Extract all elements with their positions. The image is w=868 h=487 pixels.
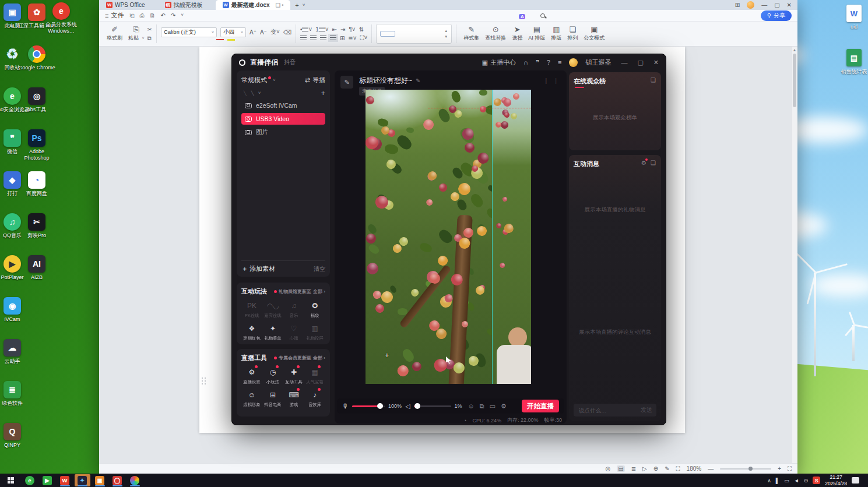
zoom-level[interactable]: 180%: [687, 465, 702, 472]
save-icon[interactable]: ⎗: [129, 12, 134, 19]
minimize-button[interactable]: —: [621, 59, 627, 66]
share-button[interactable]: ⚲ 分享: [761, 10, 792, 21]
feature-tile[interactable]: ☺ 虚拟形象: [241, 389, 262, 408]
chat-bubble-icon[interactable]: ❞: [536, 59, 539, 66]
font-size-select[interactable]: 小四˅: [220, 27, 246, 37]
wps-menu-item[interactable]: [423, 12, 435, 19]
play-view-icon[interactable]: ▷: [642, 465, 647, 472]
wps-tool-button[interactable]: ❏ 排列: [564, 26, 581, 42]
desktop-icon[interactable]: Ps Adobe Photoshop: [18, 129, 55, 171]
beauty-icon[interactable]: ☺: [468, 403, 475, 410]
wps-tool-button[interactable]: ▣ 公文模式: [581, 26, 607, 42]
feature-tile[interactable]: ◷ 小玩法: [262, 366, 283, 385]
numbered-list-button[interactable]: 1˅: [315, 26, 328, 33]
web-view-icon[interactable]: ⊕: [653, 465, 658, 472]
source-boundary-line[interactable]: [492, 90, 493, 384]
close-button[interactable]: ✕: [653, 59, 659, 66]
print-preview-icon[interactable]: 🗎: [149, 12, 155, 19]
display-icon[interactable]: ▭: [784, 478, 789, 484]
view-all-link[interactable]: 全部 ›: [313, 355, 325, 361]
wps-tool-button[interactable]: ✎ 样式集: [461, 26, 482, 42]
clear-sources-button[interactable]: 清空: [314, 265, 325, 273]
video-preview-canvas[interactable]: +: [366, 90, 531, 384]
director-mode-button[interactable]: ⇄ 导播: [305, 76, 325, 84]
add-scene-button[interactable]: +: [321, 89, 325, 97]
stream-title[interactable]: 标题还没有想好~: [359, 76, 412, 86]
feature-tile[interactable]: ❖ 定期红包: [241, 323, 262, 341]
clock[interactable]: 21:27 2025/4/28: [825, 474, 847, 486]
anchor-center-button[interactable]: ▣ 主播中心: [482, 58, 516, 67]
tab-list-chevron-icon[interactable]: ˅: [303, 2, 305, 8]
edit-title-icon[interactable]: ✎: [340, 76, 353, 89]
scene-tab[interactable]: [241, 89, 249, 96]
zoom-out-button[interactable]: —: [708, 465, 714, 472]
desktop-icon[interactable]: ≣ 绿色软件: [0, 381, 31, 423]
outline-view-icon[interactable]: ≣: [631, 465, 636, 472]
edit-pencil-icon[interactable]: ✎: [416, 77, 420, 84]
sogou-input-icon[interactable]: S: [813, 477, 820, 484]
align-center-button[interactable]: [310, 36, 317, 40]
speaker-icon[interactable]: ◁: [405, 403, 410, 410]
desktop-icon[interactable]: Q QINPY: [0, 423, 31, 465]
document-scrollbar[interactable]: ▲: [791, 47, 797, 463]
feature-tile[interactable]: PK PK连线: [241, 300, 262, 319]
desktop-icon[interactable]: e 全员分发系统 Windows…: [43, 2, 80, 44]
desktop-icon[interactable]: ◉ iVCam: [0, 297, 31, 339]
page-view-icon[interactable]: ▤: [617, 465, 624, 472]
tray-expand-icon[interactable]: ∧: [767, 478, 771, 484]
shading-button[interactable]: ⛶˅: [360, 34, 368, 41]
paragraph-mark-button[interactable]: ¶˅: [349, 26, 355, 33]
font-family-select[interactable]: Calibri (正文)˅: [161, 27, 217, 37]
volume-icon[interactable]: ◄: [794, 478, 799, 484]
clear-format-button[interactable]: ⌫: [283, 29, 291, 36]
mic-volume-slider[interactable]: [352, 405, 385, 407]
add-source-button[interactable]: ＋ 添加素材: [241, 264, 275, 273]
style-chip[interactable]: [380, 31, 395, 37]
close-button[interactable]: ✕: [787, 2, 792, 8]
file-menu[interactable]: ≡ 文件: [105, 11, 124, 20]
increase-indent-button[interactable]: ⇥: [340, 26, 345, 33]
wps-document-tab[interactable]: W WPS Office: [99, 0, 158, 10]
wps-menu-item[interactable]: [512, 12, 534, 19]
drag-handle-icon[interactable]: [202, 377, 206, 385]
taskbar-app-button[interactable]: ◯: [110, 474, 125, 486]
taskbar-app-button[interactable]: W: [57, 474, 73, 486]
settings-gear-icon[interactable]: ⚙: [501, 403, 507, 410]
format-button[interactable]: [227, 39, 235, 41]
workspace-grid-icon[interactable]: ⊞: [735, 2, 740, 8]
wps-tool-button[interactable]: ▥ 排版: [548, 26, 564, 42]
microphone-icon[interactable]: 🎙︎: [342, 403, 349, 410]
wps-menu-item[interactable]: [487, 12, 500, 19]
wps-menu-item[interactable]: [474, 12, 487, 19]
source-row[interactable]: 图片: [241, 126, 325, 138]
wps-menu-item[interactable]: [410, 12, 423, 19]
feature-tile[interactable]: ♪ 音效库: [304, 389, 325, 408]
format-button[interactable]: [216, 39, 224, 40]
menu-icon[interactable]: ≡: [558, 59, 561, 66]
align-right-button[interactable]: [320, 36, 326, 40]
change-case-button[interactable]: 变˅: [270, 28, 280, 36]
wps-menu-item[interactable]: [461, 12, 474, 19]
distribute-button[interactable]: ⊞: [340, 35, 345, 41]
maximize-button[interactable]: ▢: [637, 59, 643, 66]
more-chevron-icon[interactable]: ˅: [181, 12, 184, 19]
minimize-button[interactable]: —: [761, 2, 767, 8]
taskbar-app-button[interactable]: ▶: [40, 474, 55, 486]
redo-icon[interactable]: ↷: [171, 12, 175, 19]
notification-center-icon[interactable]: [852, 477, 859, 484]
wps-tool-button[interactable]: ▤ AI 排版: [525, 26, 548, 42]
send-button[interactable]: 发送: [641, 406, 652, 414]
feature-tile[interactable]: ⊞ 抖音电商: [262, 389, 283, 408]
cut-icon[interactable]: ✂: [147, 26, 152, 33]
sort-button[interactable]: ⇅: [359, 26, 364, 33]
username[interactable]: 钥王遐圣: [585, 58, 611, 67]
popout-icon[interactable]: ❏: [651, 77, 656, 83]
style-scroll-down-icon[interactable]: ▼: [444, 35, 448, 38]
start-stream-button[interactable]: 开始直播: [522, 400, 559, 412]
read-mode-icon[interactable]: ◎: [606, 465, 611, 472]
wps-tool-button[interactable]: ➤ 选择: [509, 26, 525, 42]
scrollbar-thumb[interactable]: [793, 54, 796, 107]
wps-menu-item[interactable]: [500, 12, 512, 19]
headset-icon[interactable]: ∩: [523, 59, 528, 66]
taskbar-app-button[interactable]: ▣: [92, 474, 108, 486]
